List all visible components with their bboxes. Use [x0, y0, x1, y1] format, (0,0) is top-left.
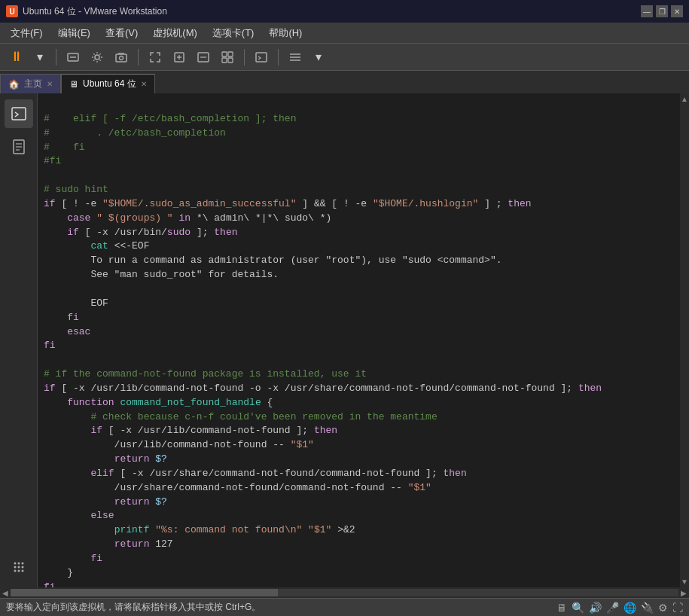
svg-point-20 [14, 566, 16, 569]
view-dropdown[interactable] [285, 47, 306, 67]
separator-1 [56, 49, 56, 66]
vm-icon: 🖥 [69, 79, 78, 90]
app-title: Ubuntu 64 位 - VMware Workstation [23, 5, 167, 18]
menu-file[interactable]: 文件(F) [3, 23, 50, 43]
svg-rect-8 [228, 52, 233, 56]
menu-help[interactable]: 帮助(H) [261, 23, 309, 43]
svg-point-24 [17, 570, 20, 572]
vm-settings[interactable] [87, 47, 108, 67]
svg-point-21 [17, 566, 20, 569]
toolbar: ⏸ ▾ ▾ [0, 44, 689, 71]
view-dropdown-arrow[interactable]: ▾ [309, 47, 328, 67]
svg-point-22 [21, 566, 23, 569]
separator-4 [278, 49, 279, 66]
menu-edit[interactable]: 编辑(E) [50, 23, 98, 43]
svg-point-2 [95, 55, 99, 59]
network-icon[interactable]: 🌐 [623, 602, 636, 614]
right-scrollbar[interactable]: ▲ ▼ [680, 93, 689, 587]
zoom-icon[interactable]: 🔍 [572, 602, 584, 614]
terminal-content: # elif [ -f /etc/bash_completion ]; then… [38, 96, 680, 587]
close-button[interactable]: ✕ [671, 5, 683, 17]
h-scroll-left[interactable]: ◀ [0, 589, 11, 597]
scroll-down-arrow[interactable]: ▼ [679, 576, 689, 587]
status-right: 🖥 🔍 🔊 🎤 🌐 🔌 ⚙ ⛶ [556, 602, 683, 614]
svg-rect-11 [256, 53, 267, 62]
h-scroll-right[interactable]: ▶ [678, 589, 689, 597]
minimize-button[interactable]: — [641, 5, 653, 17]
app-icon: U [6, 5, 18, 17]
unity[interactable] [217, 47, 238, 67]
tab-home-close[interactable]: ✕ [47, 80, 53, 88]
h-scrollbar[interactable]: ◀ ▶ [0, 587, 689, 598]
tab-ubuntu[interactable]: 🖥 Ubuntu 64 位 ✕ [61, 74, 155, 93]
h-scroll-track[interactable] [11, 589, 678, 596]
status-hint: 要将输入定向到该虚拟机，请将鼠标指针移入其中或按 Ctrl+G。 [6, 601, 261, 614]
tab-home-label: 主页 [24, 78, 42, 90]
fit-guest[interactable] [169, 47, 190, 67]
mic-icon[interactable]: 🎤 [606, 602, 619, 614]
pause-dropdown[interactable]: ▾ [30, 47, 50, 67]
tab-bar: 🏠 主页 ✕ 🖥 Ubuntu 64 位 ✕ [0, 71, 689, 93]
terminal-area[interactable]: # elif [ -f /etc/bash_completion ]; then… [38, 93, 680, 587]
audio-icon[interactable]: 🔊 [589, 602, 602, 614]
status-bar: 要将输入定向到该虚拟机，请将鼠标指针移入其中或按 Ctrl+G。 🖥 🔍 🔊 🎤… [0, 598, 689, 616]
menu-vm[interactable]: 虚拟机(M) [145, 23, 205, 43]
title-bar: U Ubuntu 64 位 - VMware Workstation — ❐ ✕ [0, 0, 689, 23]
svg-point-17 [14, 563, 16, 565]
usb-icon[interactable]: 🔌 [641, 602, 654, 614]
svg-rect-9 [222, 58, 227, 63]
tab-home[interactable]: 🏠 主页 ✕ [0, 74, 61, 93]
terminal-button[interactable] [251, 47, 272, 67]
pause-button[interactable]: ⏸ [6, 47, 27, 67]
settings-icon[interactable]: ⚙ [658, 602, 668, 614]
svg-point-25 [21, 570, 23, 572]
sidebar-notes[interactable] [5, 133, 33, 161]
send-ctrl-alt-del[interactable] [62, 47, 84, 67]
svg-point-19 [21, 563, 23, 565]
tab-vm-label: Ubuntu 64 位 [83, 78, 136, 90]
svg-point-18 [17, 563, 20, 565]
svg-rect-3 [116, 54, 127, 62]
full-screen[interactable] [145, 47, 166, 67]
home-icon: 🏠 [8, 79, 20, 90]
restore-button[interactable]: ❐ [656, 5, 668, 17]
svg-rect-10 [228, 58, 233, 63]
sidebar-terminal[interactable] [5, 99, 33, 128]
fullscreen-status-icon[interactable]: ⛶ [672, 602, 683, 614]
svg-rect-7 [222, 52, 227, 56]
snapshot[interactable] [111, 47, 132, 67]
svg-point-4 [120, 56, 123, 59]
menu-view[interactable]: 查看(V) [98, 23, 145, 43]
autofit[interactable] [193, 47, 214, 67]
vm-status-icon[interactable]: 🖥 [556, 602, 567, 614]
scroll-up-arrow[interactable]: ▲ [679, 93, 689, 105]
tab-vm-close[interactable]: ✕ [141, 80, 147, 88]
menu-bar: 文件(F) 编辑(E) 查看(V) 虚拟机(M) 选项卡(T) 帮助(H) [0, 23, 689, 44]
sidebar-grid[interactable] [5, 553, 33, 581]
main-area: # elif [ -f /etc/bash_completion ]; then… [0, 93, 689, 587]
sidebar [0, 93, 38, 587]
menu-tabs[interactable]: 选项卡(T) [205, 23, 262, 43]
svg-rect-12 [12, 108, 26, 120]
h-scroll-thumb[interactable] [11, 589, 278, 596]
separator-3 [244, 49, 245, 66]
svg-point-23 [14, 570, 16, 572]
separator-2 [138, 49, 139, 66]
